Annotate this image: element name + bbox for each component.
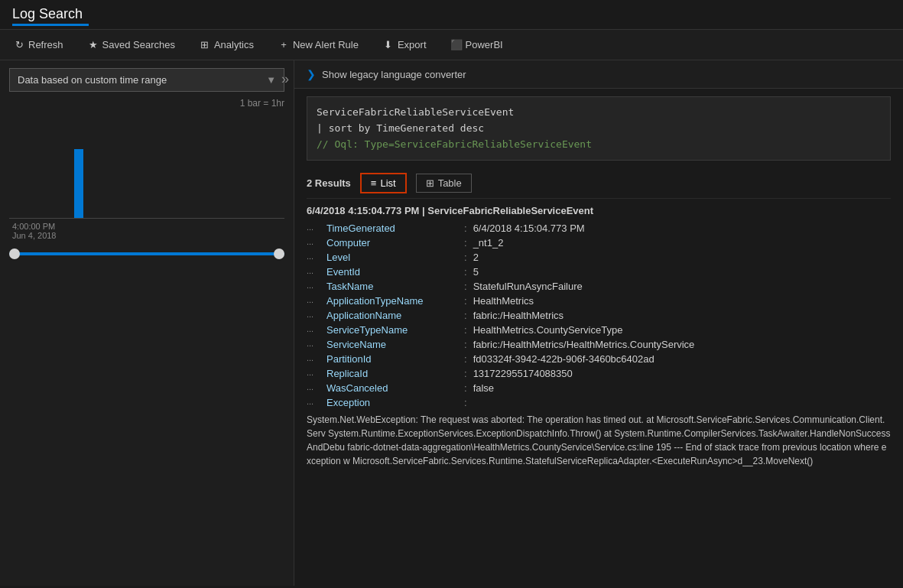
- export-button[interactable]: ⬇ Export: [378, 36, 431, 54]
- grid-icon: ⊞: [200, 40, 210, 50]
- result-field: ... ApplicationTypeName : HealthMetrics: [307, 294, 891, 308]
- field-separator: :: [464, 368, 467, 379]
- field-separator: :: [464, 281, 467, 292]
- table-icon: ⊞: [426, 177, 434, 189]
- field-name: EventId: [326, 266, 464, 278]
- field-expander[interactable]: ...: [307, 353, 322, 362]
- field-name: ApplicationName: [326, 310, 464, 321]
- result-field: ... Exception :: [307, 395, 891, 410]
- field-expander[interactable]: ...: [307, 339, 322, 348]
- query-line-2: | sort by TimeGenerated desc: [317, 121, 881, 137]
- result-field: ... Computer : _nt1_2: [307, 236, 891, 250]
- right-panel: ❯ Show legacy language converter Service…: [294, 60, 903, 586]
- chart-bar: [74, 149, 83, 218]
- title-bar: Log Search: [0, 0, 903, 30]
- field-name: ApplicationTypeName: [326, 295, 464, 307]
- field-name: Computer: [326, 237, 464, 249]
- new-alert-label: New Alert Rule: [293, 39, 359, 50]
- result-title: 6/4/2018 4:15:04.773 PM | ServiceFabricR…: [307, 205, 891, 216]
- result-field: ... ServiceName : fabric:/HealthMetrics/…: [307, 337, 891, 352]
- list-view-label: List: [380, 177, 395, 189]
- field-name: Exception: [326, 397, 464, 408]
- field-value: _nt1_2: [473, 237, 504, 249]
- powerbi-label: PowerBI: [466, 39, 503, 50]
- chevron-down-icon: ▼: [266, 74, 276, 86]
- saved-searches-label: Saved Searches: [102, 39, 175, 50]
- result-entry: 6/4/2018 4:15:04.773 PM | ServiceFabricR…: [307, 198, 891, 468]
- field-expander[interactable]: ...: [307, 310, 322, 319]
- result-field: ... PartitionId : fd03324f-3942-422b-906…: [307, 352, 891, 366]
- refresh-button[interactable]: ↻ Refresh: [9, 36, 68, 54]
- powerbi-button[interactable]: ⬛ PowerBI: [447, 36, 508, 54]
- query-box[interactable]: ServiceFabricReliableServiceEvent | sort…: [307, 96, 891, 161]
- field-expander[interactable]: ...: [307, 324, 322, 333]
- field-expander[interactable]: ...: [307, 281, 322, 290]
- field-separator: :: [464, 310, 467, 321]
- slider-thumb-left[interactable]: [9, 249, 20, 259]
- slider-thumb-right[interactable]: [274, 249, 284, 259]
- powerbi-icon: ⬛: [451, 40, 462, 50]
- field-separator: :: [464, 324, 467, 336]
- result-field: ... Level : 2: [307, 250, 891, 265]
- field-separator: :: [464, 252, 467, 263]
- field-name: ReplicaId: [326, 368, 464, 379]
- field-value: StatefulRunAsyncFailure: [473, 281, 583, 292]
- slider-track: [9, 252, 284, 255]
- bar-scale-label: 1 bar = 1hr: [9, 98, 284, 109]
- field-expander[interactable]: ...: [307, 223, 322, 232]
- results-header: 2 Results ≡ List ⊞ Table: [294, 168, 903, 198]
- field-name: WasCanceled: [326, 382, 464, 394]
- results-list: 6/4/2018 4:15:04.773 PM | ServiceFabricR…: [294, 198, 903, 586]
- slider-fill: [9, 252, 284, 255]
- result-field: ... ApplicationName : fabric:/HealthMetr…: [307, 308, 891, 323]
- field-value: false: [473, 382, 494, 394]
- field-expander[interactable]: ...: [307, 266, 322, 275]
- toolbar: ↻ Refresh ★ Saved Searches ⊞ Analytics +…: [0, 30, 903, 60]
- legacy-language-bar: ❯ Show legacy language converter: [294, 60, 903, 89]
- field-separator: :: [464, 353, 467, 365]
- analytics-label: Analytics: [214, 39, 254, 50]
- refresh-icon: ↻: [14, 40, 24, 50]
- field-separator: :: [464, 382, 467, 394]
- field-expander[interactable]: ...: [307, 252, 322, 261]
- main-layout: Data based on custom time range ▼ » 1 ba…: [0, 60, 903, 586]
- field-expander[interactable]: ...: [307, 368, 322, 377]
- analytics-button[interactable]: ⊞ Analytics: [195, 36, 258, 54]
- result-field: ... TaskName : StatefulRunAsyncFailure: [307, 279, 891, 294]
- query-line-1: ServiceFabricReliableServiceEvent: [317, 105, 881, 121]
- field-separator: :: [464, 339, 467, 350]
- field-separator: :: [464, 266, 467, 278]
- export-label: Export: [398, 39, 427, 50]
- field-expander[interactable]: ...: [307, 382, 322, 391]
- legacy-label: Show legacy language converter: [322, 69, 466, 80]
- field-value: HealthMetrics.CountyServiceType: [473, 324, 623, 336]
- refresh-label: Refresh: [28, 39, 63, 50]
- field-name: PartitionId: [326, 353, 464, 365]
- download-icon: ⬇: [383, 40, 394, 50]
- field-expander[interactable]: ...: [307, 237, 322, 246]
- field-name: ServiceTypeName: [326, 324, 464, 336]
- collapse-panel-button[interactable]: »: [277, 68, 294, 90]
- saved-searches-button[interactable]: ★ Saved Searches: [83, 36, 180, 54]
- field-expander[interactable]: ...: [307, 295, 322, 304]
- new-alert-button[interactable]: + New Alert Rule: [274, 36, 363, 54]
- fields-container: ... TimeGenerated : 6/4/2018 4:15:04.773…: [307, 221, 891, 410]
- field-value: HealthMetrics: [473, 295, 534, 307]
- chart-container: [9, 112, 284, 219]
- time-range-dropdown[interactable]: Data based on custom time range ▼: [9, 68, 284, 92]
- field-name: ServiceName: [326, 339, 464, 350]
- field-value: fabric:/HealthMetrics: [473, 310, 564, 321]
- field-value: 131722955174088350: [473, 368, 573, 379]
- chart-timestamp: 4:00:00 PM Jun 4, 2018: [9, 222, 284, 240]
- left-panel: Data based on custom time range ▼ » 1 ba…: [0, 60, 294, 586]
- list-view-button[interactable]: ≡ List: [360, 173, 407, 193]
- field-value: fd03324f-3942-422b-906f-3460bc6402ad: [473, 353, 655, 365]
- field-value: 2: [473, 252, 479, 263]
- plus-icon: +: [278, 40, 289, 50]
- table-view-button[interactable]: ⊞ Table: [416, 174, 472, 193]
- title-underline: [12, 24, 89, 26]
- field-separator: :: [464, 295, 467, 307]
- chevron-right-icon: ❯: [307, 68, 316, 80]
- list-icon: ≡: [371, 177, 377, 189]
- field-expander[interactable]: ...: [307, 397, 322, 406]
